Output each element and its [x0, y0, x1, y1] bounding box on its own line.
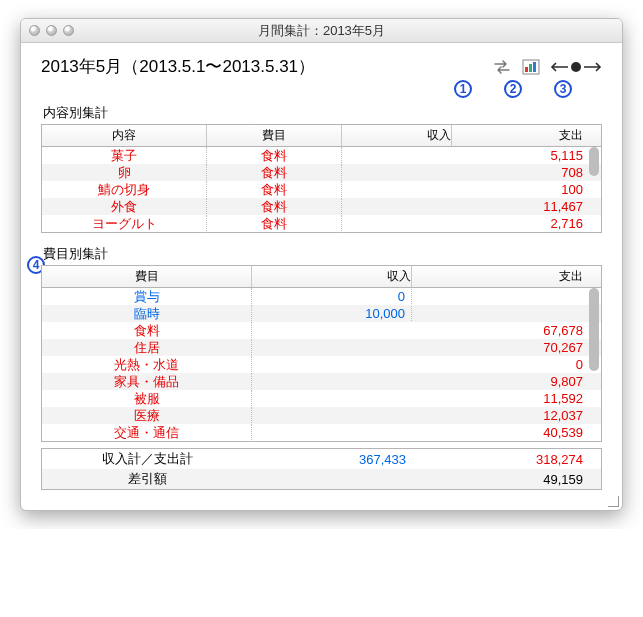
- section2-label: 費目別集計: [43, 245, 602, 263]
- cell-expense: 40,539: [412, 425, 601, 440]
- summary-row: 差引額49,159: [42, 469, 601, 489]
- cell-expense: 9,807: [412, 374, 601, 389]
- th-income[interactable]: 収入: [342, 125, 452, 146]
- cell-expense: 12,037: [412, 408, 601, 423]
- summary-label: 収入計／支出計: [42, 450, 252, 468]
- cell-category: 家具・備品: [42, 373, 252, 391]
- cell-content: 卵: [42, 164, 207, 182]
- table-row[interactable]: 交通・通信40,539: [42, 424, 601, 441]
- summary-table: 収入計／支出計367,433318,274差引額49,159: [41, 448, 602, 490]
- th2-category[interactable]: 費目: [42, 266, 252, 287]
- table-contents: 内容 費目 収入 支出 菓子食料5,115卵食料708鯖の切身食料100外食食料…: [41, 124, 602, 233]
- summary-row: 収入計／支出計367,433318,274: [42, 449, 601, 469]
- svg-rect-2: [529, 64, 532, 72]
- cell-category: 食料: [207, 198, 342, 216]
- table-row[interactable]: 賞与0: [42, 288, 601, 305]
- cell-expense: 0: [412, 357, 601, 372]
- summary-expense: 318,274: [412, 452, 601, 467]
- cell-content: ヨーグルト: [42, 215, 207, 233]
- svg-rect-3: [533, 62, 536, 72]
- th2-income[interactable]: 収入: [252, 266, 412, 287]
- table-row[interactable]: 住居70,267: [42, 339, 601, 356]
- cell-category: 賞与: [42, 288, 252, 306]
- cell-expense: 5,115: [452, 148, 601, 163]
- cell-content: 鯖の切身: [42, 181, 207, 199]
- table-row[interactable]: 鯖の切身食料100: [42, 181, 601, 198]
- cell-income: 0: [252, 289, 412, 304]
- swap-icon[interactable]: [492, 59, 512, 75]
- cell-category: 食料: [207, 215, 342, 233]
- cell-content: 菓子: [42, 147, 207, 165]
- badge-1: 1: [454, 80, 472, 98]
- cell-category: 医療: [42, 407, 252, 425]
- titlebar: 月間集計：2013年5月: [21, 19, 622, 43]
- cell-content: 外食: [42, 198, 207, 216]
- table-row[interactable]: 臨時10,000: [42, 305, 601, 322]
- cell-expense: 67,678: [412, 323, 601, 338]
- th-category[interactable]: 費目: [207, 125, 342, 146]
- table-row[interactable]: 家具・備品9,807: [42, 373, 601, 390]
- table-row[interactable]: 医療12,037: [42, 407, 601, 424]
- cell-expense: 2,716: [452, 216, 601, 231]
- cell-category: 食料: [207, 181, 342, 199]
- cell-expense: 100: [452, 182, 601, 197]
- window-title: 月間集計：2013年5月: [21, 22, 622, 40]
- cell-category: 臨時: [42, 305, 252, 323]
- cell-category: 食料: [207, 164, 342, 182]
- scrollbar[interactable]: [589, 147, 599, 230]
- cell-income: 10,000: [252, 306, 412, 321]
- cell-category: 食料: [42, 322, 252, 340]
- cell-expense: 708: [452, 165, 601, 180]
- table-row[interactable]: 外食食料11,467: [42, 198, 601, 215]
- cell-category: 食料: [207, 147, 342, 165]
- badge-3: 3: [554, 80, 572, 98]
- cell-expense: 11,592: [412, 391, 601, 406]
- th-content[interactable]: 内容: [42, 125, 207, 146]
- resize-handle-icon[interactable]: [607, 495, 619, 507]
- window: 月間集計：2013年5月 2013年5月（2013.5.1〜2013.5.31）: [20, 18, 623, 511]
- section1-label: 内容別集計: [43, 104, 602, 122]
- summary-expense: 49,159: [412, 472, 601, 487]
- cell-category: 光熱・水道: [42, 356, 252, 374]
- cell-category: 被服: [42, 390, 252, 408]
- th2-expense[interactable]: 支出: [412, 266, 601, 287]
- prev-next-icon[interactable]: [550, 60, 602, 74]
- table-row[interactable]: 菓子食料5,115: [42, 147, 601, 164]
- scrollbar[interactable]: [589, 288, 599, 439]
- summary-income: 367,433: [252, 452, 412, 467]
- table-row[interactable]: 食料67,678: [42, 322, 601, 339]
- table-row[interactable]: 被服11,592: [42, 390, 601, 407]
- table-row[interactable]: ヨーグルト食料2,716: [42, 215, 601, 232]
- table-categories: 費目 収入 支出 賞与0臨時10,000食料67,678住居70,267光熱・水…: [41, 265, 602, 442]
- cell-category: 交通・通信: [42, 424, 252, 442]
- summary-label: 差引額: [42, 470, 252, 488]
- cell-expense: 70,267: [412, 340, 601, 355]
- svg-rect-1: [525, 67, 528, 72]
- cell-expense: 11,467: [452, 199, 601, 214]
- badge-2: 2: [504, 80, 522, 98]
- th-expense[interactable]: 支出: [452, 125, 601, 146]
- chart-icon[interactable]: [522, 59, 540, 75]
- period-label: 2013年5月（2013.5.1〜2013.5.31）: [41, 55, 315, 78]
- table-row[interactable]: 光熱・水道0: [42, 356, 601, 373]
- svg-point-5: [571, 62, 581, 72]
- cell-category: 住居: [42, 339, 252, 357]
- table-row[interactable]: 卵食料708: [42, 164, 601, 181]
